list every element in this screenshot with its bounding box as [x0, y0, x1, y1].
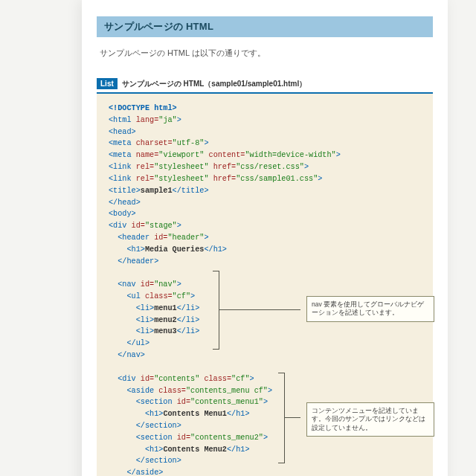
- bracket-nav-connector: [219, 309, 300, 310]
- bracket-aside-connector: [284, 417, 300, 418]
- bracket-aside: [278, 373, 285, 463]
- list-badge: List: [97, 78, 118, 89]
- list-caption: サンプルページの HTML（sample01/sample01.html）: [122, 79, 306, 89]
- code-line: <!DOCTYPE html>: [109, 104, 177, 112]
- annotation-aside: コンテンツメニューを記述しています。今回のサンプルではリンクなどは設定していませ…: [306, 402, 434, 437]
- bracket-nav: [213, 271, 219, 350]
- document-page: サンプルページの HTML サンプルページの HTML は以下の通りです。 Li…: [82, 0, 448, 476]
- code-listing: <!DOCTYPE html> <html lang="ja"> <head> …: [97, 92, 433, 476]
- annotation-nav: nav 要素を使用してグローバルナビゲーションを記述しています。: [306, 296, 434, 322]
- section-title: サンプルページの HTML: [97, 16, 433, 37]
- listing-header: List サンプルページの HTML（sample01/sample01.htm…: [97, 78, 433, 89]
- intro-text: サンプルページの HTML は以下の通りです。: [100, 48, 433, 59]
